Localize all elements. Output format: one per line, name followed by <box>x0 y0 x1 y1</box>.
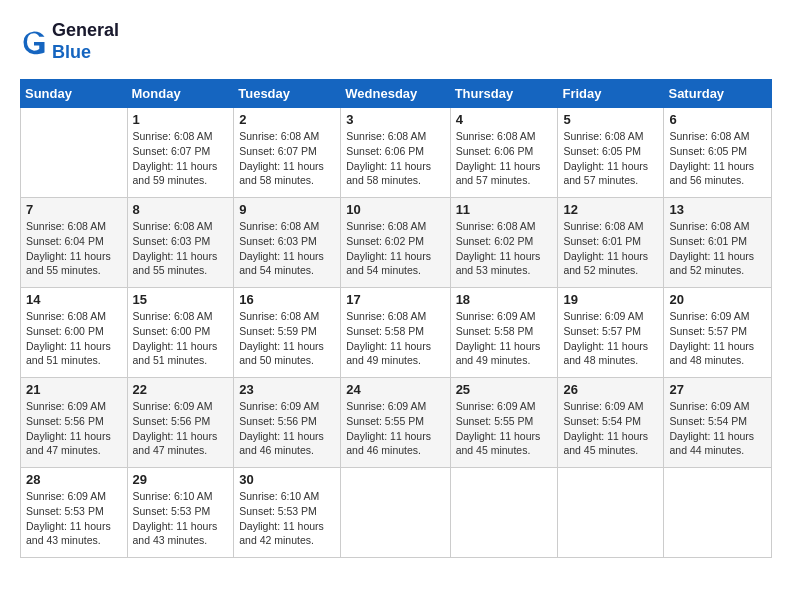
day-info: Sunrise: 6:09 AM Sunset: 5:58 PM Dayligh… <box>456 309 553 368</box>
calendar-cell: 25Sunrise: 6:09 AM Sunset: 5:55 PM Dayli… <box>450 378 558 468</box>
calendar-cell: 8Sunrise: 6:08 AM Sunset: 6:03 PM Daylig… <box>127 198 234 288</box>
day-info: Sunrise: 6:09 AM Sunset: 5:55 PM Dayligh… <box>346 399 444 458</box>
calendar-cell: 5Sunrise: 6:08 AM Sunset: 6:05 PM Daylig… <box>558 108 664 198</box>
day-number: 18 <box>456 292 553 307</box>
logo: General Blue <box>20 20 119 63</box>
logo-line2: Blue <box>52 42 119 64</box>
day-number: 27 <box>669 382 766 397</box>
day-info: Sunrise: 6:10 AM Sunset: 5:53 PM Dayligh… <box>133 489 229 548</box>
calendar-cell: 7Sunrise: 6:08 AM Sunset: 6:04 PM Daylig… <box>21 198 128 288</box>
calendar-cell: 4Sunrise: 6:08 AM Sunset: 6:06 PM Daylig… <box>450 108 558 198</box>
calendar-cell: 24Sunrise: 6:09 AM Sunset: 5:55 PM Dayli… <box>341 378 450 468</box>
column-header-friday: Friday <box>558 80 664 108</box>
logo-line1: General <box>52 20 119 40</box>
calendar-cell: 10Sunrise: 6:08 AM Sunset: 6:02 PM Dayli… <box>341 198 450 288</box>
day-info: Sunrise: 6:08 AM Sunset: 6:03 PM Dayligh… <box>239 219 335 278</box>
week-row-2: 7Sunrise: 6:08 AM Sunset: 6:04 PM Daylig… <box>21 198 772 288</box>
column-header-tuesday: Tuesday <box>234 80 341 108</box>
calendar-cell: 2Sunrise: 6:08 AM Sunset: 6:07 PM Daylig… <box>234 108 341 198</box>
day-number: 9 <box>239 202 335 217</box>
day-number: 5 <box>563 112 658 127</box>
day-number: 7 <box>26 202 122 217</box>
day-info: Sunrise: 6:08 AM Sunset: 6:04 PM Dayligh… <box>26 219 122 278</box>
calendar-cell: 28Sunrise: 6:09 AM Sunset: 5:53 PM Dayli… <box>21 468 128 558</box>
page: General Blue SundayMondayTuesdayWednesda… <box>0 0 792 578</box>
day-number: 17 <box>346 292 444 307</box>
day-number: 11 <box>456 202 553 217</box>
column-header-monday: Monday <box>127 80 234 108</box>
day-info: Sunrise: 6:09 AM Sunset: 5:57 PM Dayligh… <box>563 309 658 368</box>
day-info: Sunrise: 6:08 AM Sunset: 6:00 PM Dayligh… <box>133 309 229 368</box>
calendar-cell: 9Sunrise: 6:08 AM Sunset: 6:03 PM Daylig… <box>234 198 341 288</box>
calendar-cell: 26Sunrise: 6:09 AM Sunset: 5:54 PM Dayli… <box>558 378 664 468</box>
calendar-cell: 16Sunrise: 6:08 AM Sunset: 5:59 PM Dayli… <box>234 288 341 378</box>
calendar-cell <box>558 468 664 558</box>
calendar-cell <box>664 468 772 558</box>
calendar-cell: 21Sunrise: 6:09 AM Sunset: 5:56 PM Dayli… <box>21 378 128 468</box>
day-info: Sunrise: 6:08 AM Sunset: 5:59 PM Dayligh… <box>239 309 335 368</box>
day-info: Sunrise: 6:08 AM Sunset: 6:06 PM Dayligh… <box>346 129 444 188</box>
day-info: Sunrise: 6:08 AM Sunset: 6:02 PM Dayligh… <box>346 219 444 278</box>
day-number: 29 <box>133 472 229 487</box>
calendar-cell: 29Sunrise: 6:10 AM Sunset: 5:53 PM Dayli… <box>127 468 234 558</box>
day-number: 25 <box>456 382 553 397</box>
day-info: Sunrise: 6:08 AM Sunset: 6:01 PM Dayligh… <box>669 219 766 278</box>
header: General Blue <box>20 20 772 63</box>
calendar-cell: 14Sunrise: 6:08 AM Sunset: 6:00 PM Dayli… <box>21 288 128 378</box>
calendar-cell: 18Sunrise: 6:09 AM Sunset: 5:58 PM Dayli… <box>450 288 558 378</box>
day-number: 10 <box>346 202 444 217</box>
day-info: Sunrise: 6:09 AM Sunset: 5:55 PM Dayligh… <box>456 399 553 458</box>
day-info: Sunrise: 6:09 AM Sunset: 5:56 PM Dayligh… <box>133 399 229 458</box>
column-header-sunday: Sunday <box>21 80 128 108</box>
day-number: 8 <box>133 202 229 217</box>
calendar-cell: 30Sunrise: 6:10 AM Sunset: 5:53 PM Dayli… <box>234 468 341 558</box>
day-number: 26 <box>563 382 658 397</box>
day-info: Sunrise: 6:09 AM Sunset: 5:54 PM Dayligh… <box>563 399 658 458</box>
calendar-cell: 27Sunrise: 6:09 AM Sunset: 5:54 PM Dayli… <box>664 378 772 468</box>
calendar-cell: 17Sunrise: 6:08 AM Sunset: 5:58 PM Dayli… <box>341 288 450 378</box>
week-row-5: 28Sunrise: 6:09 AM Sunset: 5:53 PM Dayli… <box>21 468 772 558</box>
day-number: 28 <box>26 472 122 487</box>
calendar-table: SundayMondayTuesdayWednesdayThursdayFrid… <box>20 79 772 558</box>
calendar-cell: 15Sunrise: 6:08 AM Sunset: 6:00 PM Dayli… <box>127 288 234 378</box>
day-info: Sunrise: 6:08 AM Sunset: 6:02 PM Dayligh… <box>456 219 553 278</box>
day-number: 13 <box>669 202 766 217</box>
calendar-cell: 20Sunrise: 6:09 AM Sunset: 5:57 PM Dayli… <box>664 288 772 378</box>
column-header-row: SundayMondayTuesdayWednesdayThursdayFrid… <box>21 80 772 108</box>
day-info: Sunrise: 6:08 AM Sunset: 6:06 PM Dayligh… <box>456 129 553 188</box>
calendar-cell: 13Sunrise: 6:08 AM Sunset: 6:01 PM Dayli… <box>664 198 772 288</box>
column-header-saturday: Saturday <box>664 80 772 108</box>
calendar-cell: 12Sunrise: 6:08 AM Sunset: 6:01 PM Dayli… <box>558 198 664 288</box>
day-info: Sunrise: 6:08 AM Sunset: 6:03 PM Dayligh… <box>133 219 229 278</box>
day-info: Sunrise: 6:08 AM Sunset: 6:07 PM Dayligh… <box>133 129 229 188</box>
calendar-cell <box>450 468 558 558</box>
day-number: 4 <box>456 112 553 127</box>
calendar-cell <box>21 108 128 198</box>
day-number: 23 <box>239 382 335 397</box>
calendar-cell: 23Sunrise: 6:09 AM Sunset: 5:56 PM Dayli… <box>234 378 341 468</box>
calendar-cell: 19Sunrise: 6:09 AM Sunset: 5:57 PM Dayli… <box>558 288 664 378</box>
calendar-cell: 1Sunrise: 6:08 AM Sunset: 6:07 PM Daylig… <box>127 108 234 198</box>
calendar-cell: 6Sunrise: 6:08 AM Sunset: 6:05 PM Daylig… <box>664 108 772 198</box>
day-number: 1 <box>133 112 229 127</box>
column-header-wednesday: Wednesday <box>341 80 450 108</box>
column-header-thursday: Thursday <box>450 80 558 108</box>
day-info: Sunrise: 6:09 AM Sunset: 5:56 PM Dayligh… <box>26 399 122 458</box>
calendar-cell: 22Sunrise: 6:09 AM Sunset: 5:56 PM Dayli… <box>127 378 234 468</box>
day-number: 12 <box>563 202 658 217</box>
day-number: 21 <box>26 382 122 397</box>
day-number: 30 <box>239 472 335 487</box>
day-number: 20 <box>669 292 766 307</box>
day-info: Sunrise: 6:08 AM Sunset: 6:00 PM Dayligh… <box>26 309 122 368</box>
day-number: 16 <box>239 292 335 307</box>
day-info: Sunrise: 6:08 AM Sunset: 6:07 PM Dayligh… <box>239 129 335 188</box>
logo-text: General Blue <box>52 20 119 63</box>
day-info: Sunrise: 6:09 AM Sunset: 5:54 PM Dayligh… <box>669 399 766 458</box>
day-number: 15 <box>133 292 229 307</box>
week-row-4: 21Sunrise: 6:09 AM Sunset: 5:56 PM Dayli… <box>21 378 772 468</box>
day-info: Sunrise: 6:09 AM Sunset: 5:56 PM Dayligh… <box>239 399 335 458</box>
calendar-cell <box>341 468 450 558</box>
day-info: Sunrise: 6:09 AM Sunset: 5:53 PM Dayligh… <box>26 489 122 548</box>
day-number: 22 <box>133 382 229 397</box>
calendar-cell: 3Sunrise: 6:08 AM Sunset: 6:06 PM Daylig… <box>341 108 450 198</box>
